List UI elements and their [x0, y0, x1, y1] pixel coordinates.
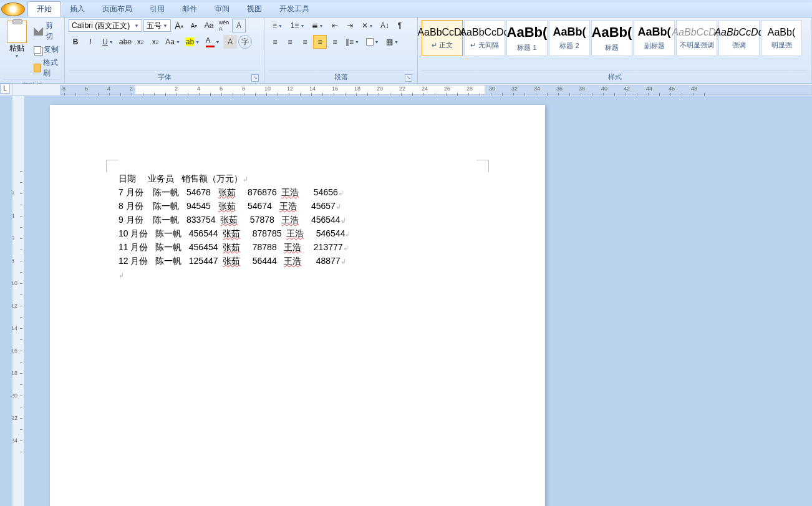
- tab-developer[interactable]: 开发工具: [271, 2, 318, 17]
- grow-font-button[interactable]: A▴: [172, 19, 186, 32]
- table-row: 7 月份 陈一帆 54678 张茹 876876 王浩 54656↲: [118, 186, 476, 200]
- character-border-button[interactable]: A: [232, 19, 246, 32]
- tab-view[interactable]: 视图: [238, 2, 271, 17]
- character-shading-button[interactable]: A: [223, 35, 237, 49]
- table-row: 12 月份 陈一帆 125447 张茹 56444 王浩 48877↲: [118, 255, 476, 268]
- tab-insert[interactable]: 插入: [61, 2, 94, 17]
- show-marks-button[interactable]: ¶: [393, 19, 407, 32]
- paste-label: 粘贴: [9, 43, 24, 54]
- increase-indent-button[interactable]: ⇥: [343, 19, 357, 32]
- tab-home[interactable]: 开始: [27, 1, 61, 17]
- style-item[interactable]: AaBbCcDd↵ 无间隔: [464, 20, 505, 56]
- ribbon: 粘贴 ▼ 剪切 复制 格式刷 剪贴板↘ Calibri (西文正文)▼ 五号▼ …: [0, 17, 812, 84]
- copy-label: 复制: [44, 44, 59, 55]
- paragraph-dialog-launcher[interactable]: ↘: [405, 74, 412, 82]
- table-row: 9 月份 陈一帆 833754 张茹 57878 王浩 456544↲: [118, 213, 476, 227]
- paste-button[interactable]: 粘贴 ▼: [4, 19, 30, 79]
- tab-selector[interactable]: L: [0, 84, 12, 96]
- line-spacing-button[interactable]: ‖≡▼: [343, 35, 362, 49]
- font-size-combo[interactable]: 五号▼: [143, 19, 171, 32]
- font-dialog-launcher[interactable]: ↘: [251, 74, 259, 82]
- style-item[interactable]: AaBb(副标题: [634, 20, 675, 56]
- strikethrough-button[interactable]: abe: [118, 35, 132, 49]
- align-left-button[interactable]: ≡: [268, 35, 282, 49]
- table-row: 10 月份 陈一帆 456544 张茹 878785 王浩 546544↲: [118, 227, 476, 241]
- vertical-ruler[interactable]: [12, 96, 25, 506]
- shading-button[interactable]: ▼: [363, 35, 382, 49]
- style-item[interactable]: AaBb(标题 2: [549, 20, 590, 56]
- underline-button[interactable]: U▼: [99, 35, 117, 49]
- ribbon-tabstrip: 开始 插入 页面布局 引用 邮件 审阅 视图 开发工具: [0, 2, 812, 17]
- tab-mailings[interactable]: 邮件: [173, 2, 206, 17]
- group-label-paragraph: 段落↘: [268, 71, 413, 83]
- paragraph-end: ↲: [118, 268, 476, 282]
- table-row: 8 月份 陈一帆 94545 张茹 54674 王浩 45657↲: [118, 200, 476, 213]
- office-button[interactable]: [1, 2, 25, 16]
- borders-button[interactable]: ▦▼: [383, 35, 402, 49]
- style-item[interactable]: AaBbCcDd强调: [718, 20, 760, 56]
- style-item[interactable]: AaBb(标题: [591, 20, 632, 56]
- style-name: 标题 2: [559, 41, 579, 51]
- style-name: 标题: [605, 43, 619, 52]
- subscript-button[interactable]: x2: [133, 35, 147, 49]
- paste-icon: [7, 21, 27, 43]
- format-painter-label: 格式刷: [43, 57, 59, 79]
- style-name: 强调: [732, 41, 746, 50]
- style-sample: AaBbCcDd: [460, 27, 509, 38]
- brush-icon: [34, 64, 41, 72]
- table-header: 日期 业务员 销售额（万元）↲: [118, 172, 476, 186]
- copy-button[interactable]: 复制: [32, 44, 60, 56]
- tab-references[interactable]: 引用: [141, 2, 173, 17]
- margin-corner-icon: [106, 160, 118, 172]
- sort-button[interactable]: A↓: [378, 19, 392, 32]
- style-sample: AaBb(: [507, 24, 548, 41]
- group-styles: AaBbCcDd↵ 正文AaBbCcDd↵ 无间隔AaBb(标题 1AaBb(标…: [418, 17, 812, 83]
- font-name-combo[interactable]: Calibri (西文正文)▼: [69, 19, 142, 32]
- italic-button[interactable]: I: [84, 35, 97, 49]
- align-justify-button[interactable]: ≡: [313, 35, 327, 49]
- style-sample: AaBb(: [553, 26, 586, 39]
- style-sample: AaBb(: [768, 27, 795, 38]
- tab-page-layout[interactable]: 页面布局: [94, 2, 141, 17]
- align-center-button[interactable]: ≡: [283, 35, 297, 49]
- group-clipboard: 粘贴 ▼ 剪切 复制 格式刷 剪贴板↘: [0, 17, 65, 83]
- document-page[interactable]: 日期 业务员 销售额（万元）↲7 月份 陈一帆 54678 张茹 876876 …: [50, 105, 545, 506]
- document-workspace[interactable]: 日期 业务员 销售额（万元）↲7 月份 陈一帆 54678 张茹 876876 …: [12, 96, 812, 506]
- tab-review[interactable]: 审阅: [206, 2, 238, 17]
- font-size-value: 五号: [147, 21, 162, 31]
- style-sample: AaBbCcDd: [714, 27, 763, 38]
- style-item[interactable]: AaBb(明显强: [761, 20, 802, 56]
- numbering-button[interactable]: 1≡▼: [288, 19, 307, 32]
- style-item[interactable]: AaBbCcDd不明显强调: [676, 20, 717, 56]
- highlight-button[interactable]: ab▼: [183, 35, 202, 49]
- group-font: Calibri (西文正文)▼ 五号▼ A▴ A▾ Aa wénA A B I …: [65, 17, 264, 83]
- format-painter-button[interactable]: 格式刷: [32, 57, 60, 79]
- font-color-button[interactable]: A▼: [203, 35, 222, 49]
- shrink-font-button[interactable]: A▾: [187, 19, 201, 32]
- style-sample: AaBb(: [592, 24, 632, 41]
- align-right-button[interactable]: ≡: [298, 35, 312, 49]
- table-row: 11 月份 陈一帆 456454 张茹 78788 王浩 213777↲: [118, 241, 476, 255]
- horizontal-ruler[interactable]: [12, 84, 812, 96]
- style-item[interactable]: AaBb(标题 1: [506, 20, 548, 56]
- group-label-font: 字体↘: [69, 71, 260, 83]
- bullets-button[interactable]: ≡▼: [268, 19, 287, 32]
- align-distributed-button[interactable]: ≡: [328, 35, 342, 49]
- enclose-characters-button[interactable]: 字: [238, 35, 252, 49]
- phonetic-guide-button[interactable]: wénA: [217, 19, 231, 32]
- group-paragraph: ≡▼ 1≡▼ ≣▼ ⇤ ⇥ ✕▼ A↓ ¶ ≡ ≡ ≡ ≡ ≡ ‖≡▼ ▼ ▦▼…: [264, 17, 418, 83]
- change-case-button[interactable]: Aa▼: [163, 35, 182, 49]
- bold-button[interactable]: B: [69, 35, 82, 49]
- style-name: 副标题: [644, 41, 665, 51]
- cut-button[interactable]: 剪切: [32, 20, 60, 42]
- scissors-icon: [34, 27, 43, 36]
- document-body[interactable]: 日期 业务员 销售额（万元）↲7 月份 陈一帆 54678 张茹 876876 …: [118, 172, 476, 282]
- asian-layout-button[interactable]: ✕▼: [358, 19, 377, 32]
- clear-formatting-button[interactable]: Aa: [202, 19, 216, 32]
- superscript-button[interactable]: x2: [148, 35, 162, 49]
- decrease-indent-button[interactable]: ⇤: [328, 19, 342, 32]
- styles-gallery[interactable]: AaBbCcDd↵ 正文AaBbCcDd↵ 无间隔AaBb(标题 1AaBb(标…: [422, 19, 808, 71]
- multilevel-list-button[interactable]: ≣▼: [308, 19, 327, 32]
- style-item[interactable]: AaBbCcDd↵ 正文: [422, 20, 463, 56]
- style-name: ↵ 无间隔: [470, 41, 498, 50]
